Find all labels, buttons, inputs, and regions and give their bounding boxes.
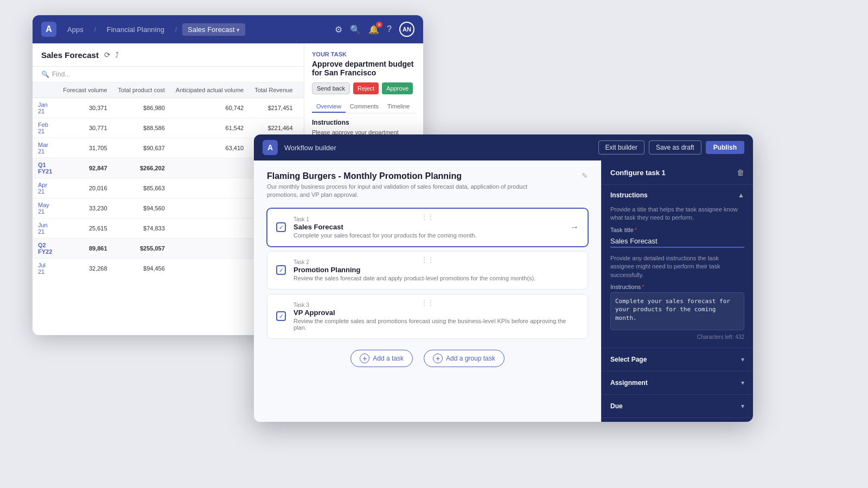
row-value: 25,615: [58, 219, 112, 239]
add-group-task-button[interactable]: + Add a group task: [424, 350, 505, 367]
publish-button[interactable]: Publish: [706, 141, 744, 154]
task-heading: Approve department budget for San Franci…: [312, 60, 416, 77]
col-profit: Profit: [298, 82, 304, 98]
instructions-section: Instructions ▲ Provide a title that help…: [602, 185, 753, 348]
workflow-builder-window: A Workflow builder Exit builder Save as …: [254, 134, 753, 422]
row-period: Q1 FY21: [33, 158, 58, 178]
row-value: $94,560: [113, 198, 170, 219]
row-value: 61,542: [170, 118, 249, 138]
search-icon[interactable]: 🔍: [350, 24, 361, 35]
task-info: Task 3 VP Approval Review the complete s…: [293, 302, 579, 331]
instructions-textarea[interactable]: Complete your sales forecast for your pr…: [610, 292, 744, 330]
comments-tab[interactable]: Comments: [346, 101, 383, 113]
apps-tab[interactable]: Apps: [62, 23, 89, 36]
edit-icon[interactable]: ✎: [582, 171, 588, 180]
select-page-acc-header[interactable]: Select Page ▾: [602, 348, 753, 371]
add-task-buttons: + Add a task + Add a group task: [267, 350, 588, 367]
task-arrow-icon: →: [570, 222, 579, 232]
due-chevron-icon: ▾: [741, 402, 744, 410]
share-icon[interactable]: ⤴: [115, 50, 119, 59]
help-icon[interactable]: ?: [387, 24, 392, 34]
row-period: Jan 21: [33, 98, 58, 118]
task-name: Promotion Planning: [293, 266, 579, 274]
refresh-icon[interactable]: ⟳: [104, 50, 111, 59]
workflow-header: Flaming Burgers - Monthly Promotion Plan…: [267, 171, 588, 200]
row-value: $86,980: [113, 98, 170, 118]
rp-title: Configure task 1: [610, 169, 666, 177]
financial-planning-tab[interactable]: Financial Planning: [101, 23, 170, 36]
chars-left: Characters left: 432: [610, 334, 744, 340]
drag-handle-icon: ⋮⋮: [421, 256, 434, 264]
task-action-buttons: Send back Reject Approve: [312, 82, 416, 94]
instructions-chevron-up-icon: ▲: [738, 191, 744, 199]
sales-page-title: Sales Forecast: [41, 50, 99, 60]
task-checkbox[interactable]: ✓: [276, 265, 286, 275]
select-page-title: Select Page: [610, 356, 647, 363]
instructions-hint: Provide any detailed instructions the ta…: [610, 254, 744, 279]
avatar[interactable]: AN: [399, 22, 414, 37]
task-info: Task 2 Promotion Planning Review the sal…: [293, 259, 579, 281]
table-header-row: Forecast volume Total product cost Antic…: [33, 82, 304, 98]
row-value: 20,016: [58, 178, 112, 198]
sales-forecast-tab[interactable]: Sales Forecast ▾: [182, 23, 245, 36]
row-value: 32,268: [58, 259, 112, 278]
col-cost: Total product cost: [113, 82, 170, 98]
row-period: Q2 FY22: [33, 239, 58, 259]
task-title-input[interactable]: [610, 235, 744, 248]
search-placeholder: Find...: [52, 70, 70, 78]
save-draft-button[interactable]: Save as draft: [649, 140, 701, 155]
row-value: $90,637: [113, 138, 170, 158]
wf-title: Workflow builder: [284, 144, 336, 152]
reject-button[interactable]: Reject: [353, 82, 379, 94]
wf-topbar: A Workflow builder Exit builder Save as …: [254, 134, 753, 160]
send-back-button[interactable]: Send back: [312, 82, 350, 94]
wf-right-panel: Configure task 1 🗑 Instructions ▲ Provid…: [601, 160, 753, 422]
select-page-section: Select Page ▾: [602, 348, 753, 371]
task-checkbox[interactable]: ✓: [276, 311, 286, 321]
notifications-icon[interactable]: 🔔 8: [368, 24, 379, 35]
task-description: Complete your sales forecast for your pr…: [293, 232, 563, 239]
row-value: $130,470: [298, 98, 304, 118]
row-value: 92,847: [58, 158, 112, 178]
row-value: $74,833: [113, 219, 170, 239]
due-title: Due: [610, 402, 623, 410]
wf-body: Flaming Burgers - Monthly Promotion Plan…: [254, 160, 753, 422]
delete-icon[interactable]: 🗑: [737, 168, 744, 177]
row-value: $266,202: [113, 158, 170, 178]
search-box[interactable]: 🔍 Find...: [41, 70, 70, 78]
due-section: Due ▾: [602, 395, 753, 418]
task-name: VP Approval: [293, 309, 579, 317]
row-period: Apr 21: [33, 178, 58, 198]
exit-builder-button[interactable]: Exit builder: [598, 140, 644, 155]
task-description: Review the sales forecast date and apply…: [293, 275, 579, 281]
row-value: [170, 198, 249, 219]
instructions-acc-header[interactable]: Instructions ▲: [602, 185, 753, 206]
task-checkbox[interactable]: ✓: [276, 222, 286, 232]
workflow-title: Flaming Burgers - Monthly Promotion Plan…: [267, 171, 538, 181]
task-description: Review the complete sales and promotions…: [293, 318, 579, 331]
col-forecast: Forecast volume: [58, 82, 112, 98]
row-value: 60,742: [170, 98, 249, 118]
task-card[interactable]: ⋮⋮ ✓ Task 3 VP Approval Review the compl…: [267, 294, 588, 339]
row-period: Feb 21: [33, 118, 58, 138]
row-period: Mar 21: [33, 138, 58, 158]
task-card[interactable]: ⋮⋮ ✓ Task 1 Sales Forecast Complete your…: [267, 208, 588, 247]
overview-tab[interactable]: Overview: [312, 101, 346, 113]
add-task-button[interactable]: + Add a task: [350, 350, 413, 367]
sales-topbar: A Apps / Financial Planning / Sales Fore…: [33, 15, 423, 43]
row-value: $217,451: [249, 98, 298, 118]
drag-handle-icon: ⋮⋮: [421, 299, 434, 306]
due-acc-header[interactable]: Due ▾: [602, 395, 753, 418]
task-cards-container: ⋮⋮ ✓ Task 1 Sales Forecast Complete your…: [267, 208, 588, 339]
task-card[interactable]: ⋮⋮ ✓ Task 2 Promotion Planning Review th…: [267, 251, 588, 290]
settings-icon[interactable]: ⚙: [335, 24, 342, 35]
assignment-chevron-icon: ▾: [741, 379, 744, 387]
table-row: Jan 2130,371$86,98060,742$217,451$130,47…: [33, 98, 304, 118]
col-period: [33, 82, 58, 98]
topbar-icons: ⚙ 🔍 🔔 8 ? AN: [335, 22, 414, 37]
timeline-tab[interactable]: Timeline: [383, 101, 414, 113]
approve-button[interactable]: Approve: [382, 82, 413, 94]
assignment-acc-header[interactable]: Assignment ▾: [602, 371, 753, 394]
row-value: [170, 178, 249, 198]
instructions-label: Instructions*: [610, 284, 744, 290]
